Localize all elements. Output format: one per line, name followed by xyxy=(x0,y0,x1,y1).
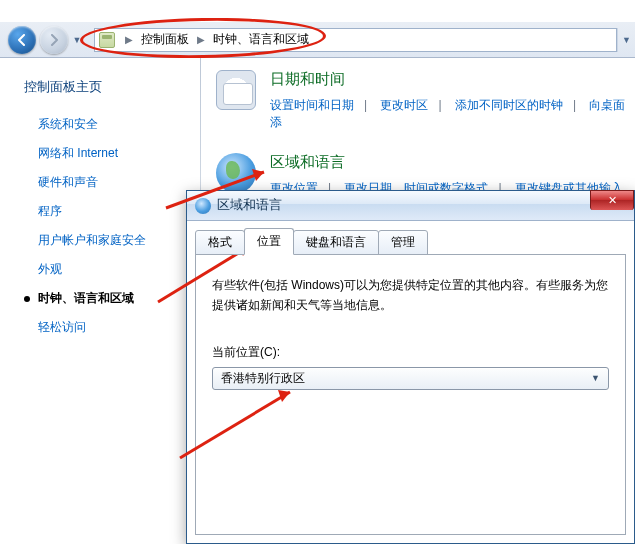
left-nav-pane: 控制面板主页 系统和安全 网络和 Internet 硬件和声音 程序 用户帐户和… xyxy=(0,58,200,544)
breadcrumb-item[interactable]: 时钟、语言和区域 xyxy=(211,29,311,50)
bullet-icon xyxy=(24,296,30,302)
sidebar-item-label: 时钟、语言和区域 xyxy=(38,291,134,305)
nav-history-dropdown[interactable]: ▼ xyxy=(70,29,84,51)
dialog-title: 区域和语言 xyxy=(217,197,282,214)
address-dropdown[interactable]: ▼ xyxy=(617,28,635,52)
link-set-date-time[interactable]: 设置时间和日期 xyxy=(270,98,354,112)
sidebar-item-network[interactable]: 网络和 Internet xyxy=(24,139,200,168)
globe-icon xyxy=(216,153,256,193)
category-title[interactable]: 日期和时间 xyxy=(270,70,635,89)
sidebar-item-appearance[interactable]: 外观 xyxy=(24,255,200,284)
region-language-dialog: 区域和语言 ✕ 格式 位置 键盘和语言 管理 有些软件(包括 Windows)可… xyxy=(186,190,635,544)
globe-icon xyxy=(195,198,211,214)
sidebar-item-hardware-sound[interactable]: 硬件和声音 xyxy=(24,168,200,197)
nav-back-button[interactable] xyxy=(8,26,36,54)
tab-location[interactable]: 位置 xyxy=(244,228,294,255)
close-icon: ✕ xyxy=(608,194,617,206)
sidebar-item-clock-language-region[interactable]: 时钟、语言和区域 xyxy=(24,284,200,313)
tab-panel-location: 有些软件(包括 Windows)可以为您提供特定位置的其他内容。有些服务为您提供… xyxy=(195,255,626,535)
current-location-label: 当前位置(C): xyxy=(212,344,609,361)
chevron-down-icon: ▼ xyxy=(587,373,604,383)
breadcrumb[interactable]: ▶ 控制面板 ▶ 时钟、语言和区域 xyxy=(94,28,617,52)
chevron-right-icon: ▶ xyxy=(191,34,211,45)
current-location-combobox[interactable]: 香港特别行政区 ▼ xyxy=(212,367,609,390)
combobox-value: 香港特别行政区 xyxy=(221,370,587,387)
dialog-tabs: 格式 位置 键盘和语言 管理 xyxy=(195,231,626,255)
link-change-timezone[interactable]: 更改时区 xyxy=(380,98,428,112)
category-title[interactable]: 区域和语言 xyxy=(270,153,635,172)
nav-forward-button[interactable] xyxy=(40,26,68,54)
control-panel-icon xyxy=(99,32,115,48)
sidebar-item-user-accounts[interactable]: 用户帐户和家庭安全 xyxy=(24,226,200,255)
link-add-clocks[interactable]: 添加不同时区的时钟 xyxy=(455,98,563,112)
dialog-body: 格式 位置 键盘和语言 管理 有些软件(包括 Windows)可以为您提供特定位… xyxy=(187,221,634,543)
dialog-titlebar[interactable]: 区域和语言 ✕ xyxy=(187,191,634,221)
address-bar: ▼ ▶ 控制面板 ▶ 时钟、语言和区域 ▼ xyxy=(0,22,635,58)
tab-administrative[interactable]: 管理 xyxy=(378,230,428,255)
arrow-left-icon xyxy=(16,34,28,46)
sidebar-item-system-security[interactable]: 系统和安全 xyxy=(24,110,200,139)
tab-keyboards-languages[interactable]: 键盘和语言 xyxy=(293,230,379,255)
clock-icon xyxy=(216,70,256,110)
sidebar-item-ease-of-access[interactable]: 轻松访问 xyxy=(24,313,200,342)
location-description: 有些软件(包括 Windows)可以为您提供特定位置的其他内容。有些服务为您提供… xyxy=(212,275,609,316)
breadcrumb-item[interactable]: 控制面板 xyxy=(139,29,191,50)
chevron-right-icon: ▶ xyxy=(119,34,139,45)
category-sublinks: 设置时间和日期| 更改时区| 添加不同时区的时钟| 向桌面添 xyxy=(270,97,635,131)
close-button[interactable]: ✕ xyxy=(590,190,634,210)
category-date-time: 日期和时间 设置时间和日期| 更改时区| 添加不同时区的时钟| 向桌面添 xyxy=(216,70,635,131)
arrow-right-icon xyxy=(48,34,60,46)
tab-formats[interactable]: 格式 xyxy=(195,230,245,255)
control-panel-home-link[interactable]: 控制面板主页 xyxy=(24,78,200,96)
sidebar-item-programs[interactable]: 程序 xyxy=(24,197,200,226)
